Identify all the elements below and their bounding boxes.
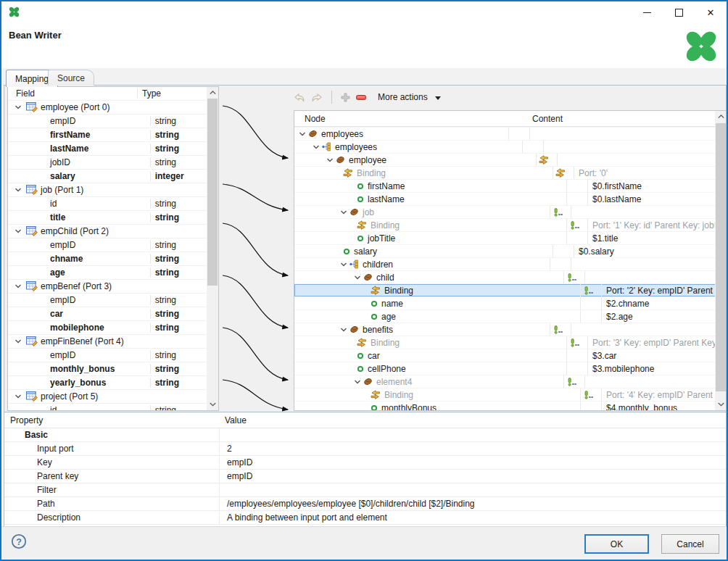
tree-row[interactable]: cellPhone$3.mobilephone	[294, 362, 727, 375]
field-table-row[interactable]: job (Port 1)	[8, 183, 218, 196]
field-cell: id	[8, 199, 150, 209]
property-row[interactable]: Parent keyempID	[4, 470, 727, 483]
tree-row[interactable]: salary$0.salary	[294, 244, 727, 257]
node-label: employees	[335, 142, 377, 152]
minimize-button[interactable]	[631, 1, 663, 23]
tree-scrollbar[interactable]	[715, 111, 727, 410]
property-label: Key	[4, 457, 219, 467]
scroll-up-icon[interactable]	[715, 111, 727, 122]
tree-row[interactable]: jobTitle$1.title	[294, 231, 727, 244]
field-table-row[interactable]: empBenef (Port 3)	[8, 279, 218, 293]
field-table-row[interactable]: firstNamestring	[8, 128, 218, 141]
node-tree-panel: Node Content employeesemployeesemployeeB…	[294, 110, 727, 411]
tree-row[interactable]: monthlyBonus$4.monthly_bonus	[294, 401, 727, 411]
tree-row[interactable]: BindingPort: '1' Key: id' Parent Key: jo…	[294, 218, 727, 231]
chevron-down-icon[interactable]	[15, 186, 22, 194]
add-element-icon[interactable]	[341, 93, 350, 102]
chevron-down-icon[interactable]	[15, 228, 22, 235]
tree-row[interactable]: element4	[294, 375, 727, 388]
tree-row[interactable]: BindingPort: '4' Key: empID' Parent Key:…	[294, 388, 727, 401]
field-table-row[interactable]: agestring	[8, 265, 218, 279]
tree-row[interactable]: BindingPort: '0'	[294, 166, 727, 179]
field-table-row[interactable]: titlestring	[8, 210, 218, 224]
field-table-row[interactable]: empIDstring	[8, 293, 218, 307]
property-row[interactable]: DescriptionA binding between input port …	[4, 511, 727, 525]
tree-row[interactable]: car$3.car	[294, 349, 727, 362]
binding-indicator-cell	[566, 362, 588, 375]
field-table-row[interactable]: project (Port 5)	[8, 389, 218, 403]
tree-row[interactable]: benefits	[294, 323, 727, 336]
tree-row[interactable]: employees	[294, 140, 727, 153]
tree-row[interactable]: BindingPort: '3' Key: empID' Parent Key:…	[294, 336, 727, 349]
chevron-down-icon[interactable]	[340, 326, 347, 333]
chevron-down-icon[interactable]	[354, 378, 361, 386]
field-table-row[interactable]: empIDstring	[8, 348, 218, 362]
help-button[interactable]: ?	[11, 533, 27, 552]
field-table-row[interactable]: idstring	[8, 196, 218, 210]
fields-scrollbar[interactable]	[207, 87, 218, 410]
field-table-row[interactable]: yearly_bonusstring	[8, 375, 218, 389]
scroll-down-icon[interactable]	[207, 399, 218, 410]
more-actions-button[interactable]: More actions	[378, 92, 441, 102]
fields-header: Field Type	[8, 87, 218, 100]
tree-row[interactable]: job	[294, 205, 727, 218]
field-table-row[interactable]: lastNamestring	[8, 141, 218, 155]
tree-row[interactable]: name$2.chname	[294, 296, 727, 309]
tab-source[interactable]: Source	[48, 70, 94, 86]
chevron-down-icon[interactable]	[299, 130, 306, 138]
tree-row[interactable]: employee	[294, 153, 727, 166]
tree-row[interactable]: firstName$0.firstName	[294, 179, 727, 192]
field-table-row[interactable]: chnamestring	[8, 252, 218, 265]
field-table-row[interactable]: idstring	[8, 403, 218, 411]
plus-icon	[341, 93, 350, 102]
property-row[interactable]: KeyempID	[4, 456, 727, 470]
remove-element-icon[interactable]	[356, 95, 366, 100]
field-table-row[interactable]: monthly_bonusstring	[8, 362, 218, 375]
content-cell	[571, 258, 727, 270]
property-row[interactable]: Basic	[4, 428, 727, 442]
cancel-button[interactable]: Cancel	[661, 534, 719, 554]
field-table-row[interactable]: carstring	[8, 307, 218, 320]
scroll-down-icon[interactable]	[715, 399, 727, 410]
scroll-up-icon[interactable]	[207, 87, 218, 99]
property-row[interactable]: Filter	[4, 483, 727, 497]
field-table-row[interactable]: employee (Port 0)	[8, 100, 218, 114]
port-cell: empChild (Port 2)	[8, 226, 136, 236]
property-row[interactable]: Path/employees/employees/employee [$0]/c…	[4, 497, 727, 511]
struct-icon	[322, 142, 331, 151]
chevron-down-icon[interactable]	[354, 274, 361, 281]
maximize-button[interactable]	[663, 1, 695, 23]
close-button[interactable]: ✕	[695, 1, 727, 23]
scrollbar-thumb[interactable]	[207, 99, 218, 286]
content-cell: Port: '0'	[574, 167, 727, 179]
chevron-down-icon[interactable]	[15, 393, 22, 400]
tree-row[interactable]: children	[294, 257, 727, 270]
tree-row[interactable]: lastName$0.lastName	[294, 192, 727, 205]
tree-row-selected[interactable]: BindingPort: '2' Key: empID' Parent Key:…	[294, 283, 727, 296]
field-table-row[interactable]: salaryinteger	[8, 169, 218, 183]
content-cell: $2.chname	[602, 297, 727, 309]
chevron-down-icon[interactable]	[340, 209, 347, 216]
chevron-down-icon[interactable]	[326, 157, 334, 164]
field-table-row[interactable]: empChild (Port 2)	[8, 224, 218, 238]
field-table-row[interactable]: empIDstring	[8, 114, 218, 128]
field-table-row[interactable]: jobIDstring	[8, 155, 218, 169]
clover-logo	[682, 28, 720, 68]
tree-row[interactable]: employees	[294, 127, 727, 140]
field-table-row[interactable]: mobilephonestring	[8, 320, 218, 334]
ok-button[interactable]: OK	[584, 534, 649, 554]
binding-indicator-cell	[566, 232, 588, 244]
chevron-down-icon[interactable]	[15, 104, 22, 111]
tree-row[interactable]: child	[294, 270, 727, 283]
chevron-down-icon[interactable]	[313, 144, 320, 151]
redo-icon[interactable]	[311, 92, 323, 103]
field-table-row[interactable]: empFinBenef (Port 4)	[8, 334, 218, 348]
chevron-down-icon[interactable]	[15, 338, 22, 345]
chevron-down-icon[interactable]	[15, 283, 22, 290]
field-table-row[interactable]: empIDstring	[8, 238, 218, 252]
chevron-down-icon[interactable]	[340, 261, 347, 268]
tree-row[interactable]: age$2.age	[294, 309, 727, 323]
undo-icon[interactable]	[294, 92, 305, 103]
scrollbar-thumb[interactable]	[716, 123, 726, 391]
property-row[interactable]: Input port2	[4, 442, 727, 456]
